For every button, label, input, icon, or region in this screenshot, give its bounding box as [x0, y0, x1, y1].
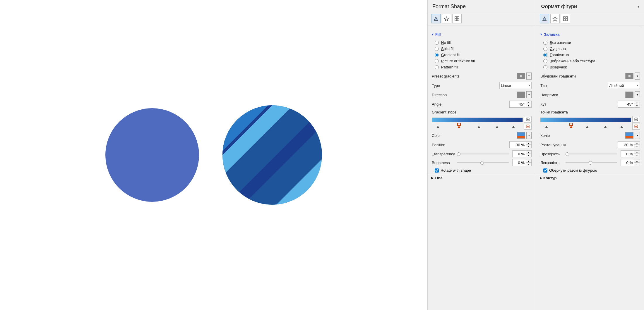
radio-gradient-fill-ukr[interactable]: Градієнтна [536, 52, 644, 58]
radio-solid-fill-en[interactable]: Solid fill [428, 46, 536, 52]
stop-marker-4-en[interactable] [496, 126, 499, 128]
panel-close-btn-ukr[interactable]: ▾ [638, 5, 639, 9]
line-section-header-ukr[interactable]: ▶ Контур [536, 174, 644, 182]
radio-solid-fill-input-ukr[interactable] [543, 47, 547, 51]
tab-effects-icon-ukr[interactable] [550, 14, 560, 23]
radio-no-fill-input-ukr[interactable] [543, 41, 547, 45]
section-header-fill-ukr[interactable]: ▼ Заливка [536, 30, 644, 38]
stop-marker-3-ukr[interactable] [586, 126, 589, 128]
tab-effects-icon[interactable] [442, 14, 451, 23]
preset-gradients-btn-en[interactable]: ▦ [517, 73, 525, 79]
radio-solid-fill-ukr[interactable]: Суцільна [536, 46, 644, 52]
angle-down-ukr[interactable]: ▼ [634, 104, 640, 107]
position-input-ukr[interactable] [618, 142, 634, 148]
rotate-shape-row-ukr[interactable]: Обернути разом із фігурою [536, 167, 644, 174]
rotate-shape-row-en[interactable]: Rotate with shape [428, 167, 536, 174]
transparency-spinner-en[interactable]: ▲ ▼ [512, 150, 532, 157]
transparency-track-en[interactable] [457, 154, 509, 154]
gradient-bar-wrap-en[interactable] [432, 118, 523, 128]
angle-up-en[interactable]: ▲ [526, 101, 531, 104]
transparency-input-ukr[interactable] [621, 151, 634, 157]
angle-up-ukr[interactable]: ▲ [634, 101, 640, 104]
radio-no-fill-input-en[interactable] [435, 41, 439, 45]
stop-marker-2-ukr[interactable] [569, 123, 573, 128]
brightness-down-en[interactable]: ▼ [526, 163, 531, 166]
stop-marker-5-en[interactable] [512, 126, 515, 128]
angle-input-ukr[interactable] [618, 101, 634, 107]
radio-no-fill-ukr[interactable]: Без заливки [536, 39, 644, 46]
stop-marker-4-ukr[interactable] [604, 126, 607, 128]
radio-pattern-fill-input-ukr[interactable] [543, 65, 547, 69]
tab-fill-icon[interactable] [431, 14, 441, 23]
angle-input-en[interactable] [510, 101, 526, 107]
brightness-input-ukr[interactable] [621, 159, 634, 166]
tab-size-icon-ukr[interactable] [561, 14, 570, 23]
position-down-ukr[interactable]: ▼ [634, 145, 640, 148]
angle-spinner-en[interactable]: ▲ ▼ [509, 101, 532, 108]
tab-size-icon[interactable] [452, 14, 462, 23]
brightness-track-ukr[interactable] [566, 162, 617, 163]
color-dd-en[interactable]: ▾ [526, 132, 532, 139]
transparency-up-ukr[interactable]: ▲ [634, 151, 640, 154]
direction-dd-en[interactable]: ▾ [526, 91, 532, 98]
brightness-spinner-en[interactable]: ▲ ▼ [512, 159, 532, 166]
transparency-thumb-en[interactable] [457, 152, 460, 156]
brightness-down-ukr[interactable]: ▼ [634, 163, 640, 166]
position-up-ukr[interactable]: ▲ [634, 142, 640, 145]
stop-marker-1-en[interactable] [436, 126, 439, 128]
radio-pattern-fill-en[interactable]: Pattern fill [428, 64, 536, 70]
radio-no-fill-en[interactable]: No fill [428, 39, 536, 46]
position-up-en[interactable]: ▲ [526, 142, 531, 145]
transparency-down-ukr[interactable]: ▼ [634, 154, 640, 157]
direction-btn-ukr[interactable] [625, 92, 633, 98]
radio-gradient-fill-input-en[interactable] [435, 53, 439, 57]
radio-pattern-fill-input-en[interactable] [435, 65, 439, 69]
rotate-shape-checkbox-en[interactable] [435, 168, 439, 173]
add-stop-btn-en[interactable] [524, 116, 532, 123]
remove-stop-btn-ukr[interactable] [632, 123, 640, 130]
section-header-fill-en[interactable]: ▼ Fill [428, 30, 536, 38]
color-dd-ukr[interactable]: ▾ [635, 132, 640, 139]
stop-marker-5-ukr[interactable] [620, 126, 623, 128]
tab-fill-icon-ukr[interactable] [540, 14, 549, 23]
radio-gradient-fill-en[interactable]: Gradient fill [428, 52, 536, 58]
preset-gradients-dd-ukr[interactable]: ▾ [635, 73, 640, 80]
brightness-input-en[interactable] [513, 159, 526, 166]
radio-picture-fill-en[interactable]: Picture or texture fill [428, 58, 536, 64]
transparency-up-en[interactable]: ▲ [526, 151, 531, 154]
brightness-thumb-en[interactable] [480, 161, 484, 165]
position-spinner-en[interactable]: ▲ ▼ [509, 141, 532, 148]
radio-gradient-fill-input-ukr[interactable] [543, 53, 547, 57]
radio-solid-fill-input-en[interactable] [435, 47, 439, 51]
rotate-shape-checkbox-ukr[interactable] [543, 168, 547, 173]
transparency-down-en[interactable]: ▼ [526, 154, 531, 157]
type-dropdown-ukr[interactable]: Лінійний ▾ [608, 82, 640, 89]
brightness-thumb-ukr[interactable] [589, 161, 592, 165]
radio-picture-fill-input-en[interactable] [435, 59, 439, 63]
line-section-header-en[interactable]: ▶ Line [428, 174, 536, 182]
brightness-up-en[interactable]: ▲ [526, 159, 531, 163]
angle-down-en[interactable]: ▼ [526, 104, 531, 107]
transparency-thumb-ukr[interactable] [566, 152, 569, 156]
transparency-spinner-ukr[interactable]: ▲ ▼ [621, 150, 640, 157]
angle-spinner-ukr[interactable]: ▲ ▼ [618, 101, 640, 108]
transparency-input-en[interactable] [513, 151, 526, 157]
preset-gradients-btn-ukr[interactable]: ▦ [625, 73, 633, 79]
direction-btn-en[interactable] [517, 92, 525, 98]
stop-marker-1-ukr[interactable] [545, 126, 548, 128]
stop-marker-3-en[interactable] [477, 126, 480, 128]
transparency-track-ukr[interactable] [566, 154, 617, 154]
stop-marker-2-en[interactable] [457, 123, 461, 128]
brightness-up-ukr[interactable]: ▲ [634, 159, 640, 163]
remove-stop-btn-en[interactable] [524, 123, 532, 130]
radio-picture-fill-ukr[interactable]: Зображення або текстура [536, 58, 644, 64]
radio-pattern-fill-ukr[interactable]: Візерунок [536, 64, 644, 70]
gradient-bar-wrap-ukr[interactable] [540, 118, 631, 128]
brightness-spinner-ukr[interactable]: ▲ ▼ [621, 159, 640, 166]
brightness-track-en[interactable] [457, 162, 509, 163]
position-down-en[interactable]: ▼ [526, 145, 531, 148]
type-dropdown-en[interactable]: Linear ▾ [499, 82, 532, 89]
position-spinner-ukr[interactable]: ▲ ▼ [618, 141, 640, 148]
position-input-en[interactable] [510, 142, 526, 148]
direction-dd-ukr[interactable]: ▾ [635, 91, 640, 98]
